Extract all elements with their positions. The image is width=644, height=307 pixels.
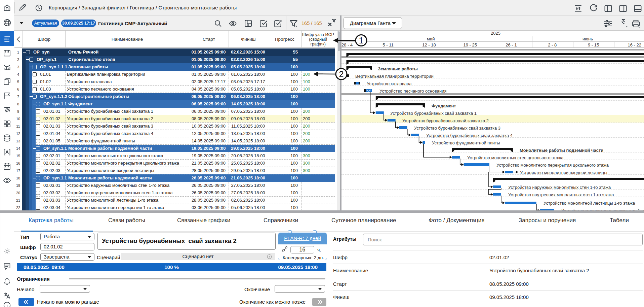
- svg-text:2: 2: [339, 69, 344, 79]
- svg-text:1: 1: [359, 36, 364, 45]
